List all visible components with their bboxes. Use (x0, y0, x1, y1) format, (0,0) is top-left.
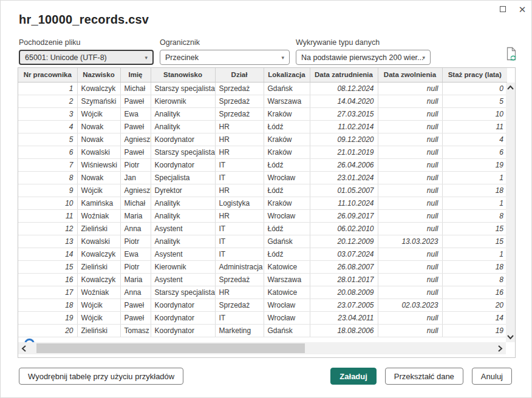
table-row: 7WiśniewskiPiotrKoordynatorITŁódź26.04.2… (18, 158, 507, 171)
table-cell: null (378, 311, 442, 324)
scroll-down-icon[interactable] (506, 334, 514, 340)
table-cell: 13.03.2023 (378, 235, 442, 248)
delimiter-dropdown[interactable]: Przecinek ▾ (160, 50, 290, 65)
scroll-left-icon[interactable] (21, 345, 27, 352)
horizontal-scrollbar[interactable] (18, 342, 506, 354)
table-cell: 20 (18, 324, 77, 337)
horizontal-scroll-thumb[interactable] (36, 343, 305, 353)
table-cell: Paweł (120, 120, 151, 133)
table-cell: 11.10.2024 (310, 197, 378, 209)
table-cell: Wójcik (77, 298, 120, 311)
table-cell: 13 (18, 235, 77, 248)
table-cell: HR (215, 184, 264, 197)
scroll-right-icon[interactable] (497, 345, 503, 352)
table-cell: Nowak (77, 120, 120, 133)
table-cell: 26.04.2006 (310, 158, 378, 171)
table-row: 8NowakJanSpecjalistaITWrocław23.01.2024n… (18, 171, 507, 184)
file-origin-label: Pochodzenie pliku (19, 38, 154, 47)
column-header[interactable]: Lokalizacja (264, 68, 310, 82)
table-cell: 23.04.2011 (310, 311, 378, 324)
table-cell: Asystent (151, 222, 215, 235)
table-cell: Wrocław (264, 209, 310, 222)
table-cell: 0 (442, 82, 507, 95)
column-header[interactable]: Data zatrudnienia (310, 68, 378, 82)
column-header[interactable]: Nazwisko (77, 68, 120, 82)
table-cell: IT (215, 158, 264, 171)
table-cell: Paweł (120, 298, 151, 311)
table-cell: null (378, 171, 442, 184)
table-cell: Anna (120, 286, 151, 298)
table-cell: 20.08.2009 (310, 286, 378, 298)
type-detection-dropdown[interactable]: Na podstawie pierwszych 200 wier... ▾ (296, 50, 431, 65)
table-cell: Katowice (264, 286, 310, 298)
table-cell: 06.02.2010 (310, 222, 378, 235)
column-header[interactable]: Imię (120, 68, 151, 82)
scroll-up-icon[interactable] (506, 84, 514, 91)
table-cell: Asystent (151, 248, 215, 260)
column-header[interactable]: Dział (215, 68, 264, 82)
table-cell: Maria (120, 209, 151, 222)
table-cell: 01.05.2007 (310, 184, 378, 197)
refresh-preview-button[interactable] (506, 47, 518, 61)
column-header[interactable]: Data zwolnienia (378, 68, 442, 82)
table-cell: Kierownik (151, 260, 215, 273)
table-body: 1KowalczykMichałStarszy specjalistaSprze… (18, 82, 507, 337)
table-cell: 14.04.2020 (310, 95, 378, 107)
table-cell: 14 (18, 248, 77, 260)
table-header-row: Nr pracownikaNazwiskoImięStanowiskoDział… (18, 68, 507, 82)
table-cell: 20 (442, 298, 507, 311)
load-button[interactable]: Załaduj (330, 368, 377, 385)
table-cell: 5 (18, 133, 77, 146)
table-cell: Szymański (77, 95, 120, 107)
table-cell: Nowak (77, 133, 120, 146)
file-refresh-icon (506, 47, 518, 61)
table-cell: Asystent (151, 273, 215, 286)
column-header[interactable]: Stanowisko (151, 68, 215, 82)
table-cell: 3 (18, 107, 77, 120)
chevron-down-icon: ▾ (281, 55, 284, 61)
table-cell: Administracja (215, 260, 264, 273)
table-cell: 4 (442, 133, 507, 146)
file-origin-dropdown[interactable]: 65001: Unicode (UTF-8) ▾ (19, 50, 154, 65)
table-cell: null (378, 286, 442, 298)
cancel-button[interactable]: Anuluj (472, 368, 512, 385)
table-cell: null (378, 209, 442, 222)
table-cell: 16 (18, 273, 77, 286)
table-cell: Łódź (264, 248, 310, 260)
transform-data-button[interactable]: Przekształć dane (385, 368, 463, 385)
table-cell: Kraków (264, 146, 310, 158)
table-cell: Koordynator (151, 324, 215, 337)
table-cell: 10 (18, 197, 77, 209)
delimiter-field: Ogranicznik Przecinek ▾ (160, 38, 290, 65)
vertical-scrollbar[interactable] (506, 83, 515, 342)
column-header[interactable]: Nr pracownika (18, 68, 77, 82)
close-button[interactable]: ✕ (517, 4, 528, 15)
table-cell: 18 (442, 260, 507, 273)
table-cell: Koordynator (151, 298, 215, 311)
table-cell: null (378, 273, 442, 286)
table-cell: Starszy specjalista (151, 286, 215, 298)
table-row: 13KowalskiPiotrAnalitykITGdańsk20.12.200… (18, 235, 507, 248)
table-cell: Kowalczyk (77, 82, 120, 95)
table-cell: IT (215, 235, 264, 248)
table-cell: Kraków (264, 133, 310, 146)
table-cell: Kowalski (77, 146, 120, 158)
table-cell: 11 (18, 209, 77, 222)
table-cell: 6 (18, 146, 77, 158)
extract-table-button[interactable]: Wyodrębnij tabelę przy użyciu przykładów (19, 368, 183, 385)
table-cell: 19 (442, 158, 507, 171)
table-cell: 9 (18, 184, 77, 197)
table-cell: 21.01.2019 (310, 146, 378, 158)
table-cell: Nowak (77, 171, 120, 184)
close-icon: ✕ (519, 5, 527, 14)
table-cell: Wrocław (264, 171, 310, 184)
table-cell: Analityk (151, 107, 215, 120)
table-cell: 27.03.2015 (310, 107, 378, 120)
table-cell: Kierownik (151, 95, 215, 107)
table-cell: 02.03.2023 (378, 298, 442, 311)
table-cell: Agnieszka (120, 184, 151, 197)
column-header[interactable]: Staż pracy (lata) (442, 68, 507, 82)
table-cell: Marketing (215, 324, 264, 337)
table-cell: IT (215, 311, 264, 324)
maximize-button[interactable] (497, 4, 508, 15)
